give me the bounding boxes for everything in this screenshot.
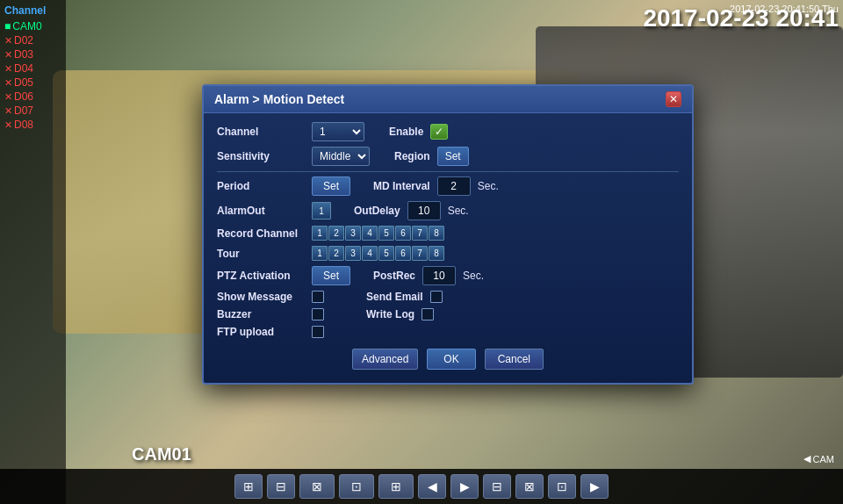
tour-btn-5[interactable]: 5 bbox=[378, 246, 394, 261]
region-label: Region bbox=[394, 150, 430, 162]
channel-field-label: Channel bbox=[217, 126, 305, 138]
ftp-label: FTP upload bbox=[217, 326, 305, 338]
sensitivity-row: Sensitivity Middle Low High Region Set bbox=[217, 147, 679, 166]
ptz-label: PTZ Activation bbox=[217, 270, 305, 282]
ptz-set-button[interactable]: Set bbox=[312, 266, 350, 285]
write-log-label: Write Log bbox=[366, 308, 414, 320]
modal-overlay: Alarm > Motion Detect ✕ Channel 1 Enable… bbox=[0, 0, 843, 504]
sensitivity-label: Sensitivity bbox=[217, 150, 305, 162]
channel-select[interactable]: 1 bbox=[312, 122, 364, 141]
cancel-button[interactable]: Cancel bbox=[485, 349, 544, 370]
period-set-button[interactable]: Set bbox=[312, 176, 350, 196]
modal-title-bar: Alarm > Motion Detect ✕ bbox=[204, 86, 692, 113]
tour-row: Tour 1 2 3 4 5 6 7 8 bbox=[217, 246, 679, 261]
record-channel-buttons: 1 2 3 4 5 6 7 8 bbox=[312, 226, 444, 241]
postrec-label: PostRec bbox=[373, 270, 415, 282]
tour-label: Tour bbox=[217, 248, 305, 260]
buzzer-label: Buzzer bbox=[217, 308, 305, 320]
close-button[interactable]: ✕ bbox=[666, 91, 681, 107]
postrec-input[interactable]: 10 bbox=[422, 266, 456, 285]
record-channel-label: Record Channel bbox=[217, 227, 305, 240]
md-interval-input[interactable]: 2 bbox=[437, 176, 471, 196]
tour-channel-buttons: 1 2 3 4 5 6 7 8 bbox=[312, 246, 444, 261]
period-row: Period Set MD Interval 2 Sec. bbox=[217, 176, 679, 196]
tour-btn-6[interactable]: 6 bbox=[395, 246, 411, 261]
buzzer-row: Buzzer Write Log bbox=[217, 308, 679, 320]
ch-btn-8[interactable]: 8 bbox=[429, 226, 444, 241]
show-message-label: Show Message bbox=[217, 291, 305, 303]
enable-label: Enable bbox=[389, 126, 423, 138]
tour-btn-8[interactable]: 8 bbox=[429, 246, 444, 261]
motion-detect-dialog: Alarm > Motion Detect ✕ Channel 1 Enable… bbox=[202, 84, 694, 385]
ch-btn-7[interactable]: 7 bbox=[412, 226, 428, 241]
channel-row: Channel 1 Enable ✓ bbox=[217, 122, 679, 141]
show-message-checkbox[interactable] bbox=[312, 291, 324, 303]
tour-btn-1[interactable]: 1 bbox=[312, 246, 328, 261]
alarmout-row: AlarmOut 1 OutDelay 10 Sec. bbox=[217, 201, 679, 220]
modal-footer: Advanced OK Cancel bbox=[217, 349, 679, 370]
tour-btn-4[interactable]: 4 bbox=[362, 246, 378, 261]
divider-1 bbox=[217, 171, 679, 172]
region-set-button[interactable]: Set bbox=[437, 147, 469, 166]
period-label: Period bbox=[217, 180, 305, 192]
buzzer-checkbox[interactable] bbox=[312, 308, 324, 320]
md-interval-sec: Sec. bbox=[478, 180, 499, 192]
show-message-row: Show Message Send Email bbox=[217, 291, 679, 303]
advanced-button[interactable]: Advanced bbox=[352, 349, 418, 370]
outdelay-input[interactable]: 10 bbox=[407, 201, 441, 220]
ch-btn-6[interactable]: 6 bbox=[395, 226, 411, 241]
ch-btn-2[interactable]: 2 bbox=[328, 226, 344, 241]
postrec-sec: Sec. bbox=[463, 270, 484, 282]
ch-btn-1[interactable]: 1 bbox=[312, 226, 328, 241]
record-channel-row: Record Channel 1 2 3 4 5 6 7 8 bbox=[217, 226, 679, 241]
tour-btn-7[interactable]: 7 bbox=[412, 246, 428, 261]
outdelay-label: OutDelay bbox=[354, 205, 400, 217]
alarmout-label: AlarmOut bbox=[217, 205, 305, 217]
alarmout-btn[interactable]: 1 bbox=[312, 202, 331, 220]
sensitivity-select[interactable]: Middle Low High bbox=[312, 147, 370, 166]
tour-btn-2[interactable]: 2 bbox=[328, 246, 344, 261]
enable-checkbox[interactable]: ✓ bbox=[430, 124, 448, 140]
md-interval-label: MD Interval bbox=[373, 180, 430, 192]
ptz-row: PTZ Activation Set PostRec 10 Sec. bbox=[217, 266, 679, 285]
modal-body: Channel 1 Enable ✓ Sensitivity Middle Lo… bbox=[204, 113, 692, 383]
ftp-checkbox[interactable] bbox=[312, 326, 324, 338]
tour-btn-3[interactable]: 3 bbox=[345, 246, 361, 261]
write-log-checkbox[interactable] bbox=[422, 308, 434, 320]
modal-title: Alarm > Motion Detect bbox=[214, 92, 344, 106]
send-email-label: Send Email bbox=[366, 291, 423, 303]
ch-btn-3[interactable]: 3 bbox=[345, 226, 361, 241]
send-email-checkbox[interactable] bbox=[430, 291, 443, 303]
ch-btn-5[interactable]: 5 bbox=[378, 226, 394, 241]
outdelay-sec: Sec. bbox=[448, 205, 469, 217]
ok-button[interactable]: OK bbox=[427, 349, 475, 370]
ftp-row: FTP upload bbox=[217, 326, 679, 338]
ch-btn-4[interactable]: 4 bbox=[362, 226, 378, 241]
